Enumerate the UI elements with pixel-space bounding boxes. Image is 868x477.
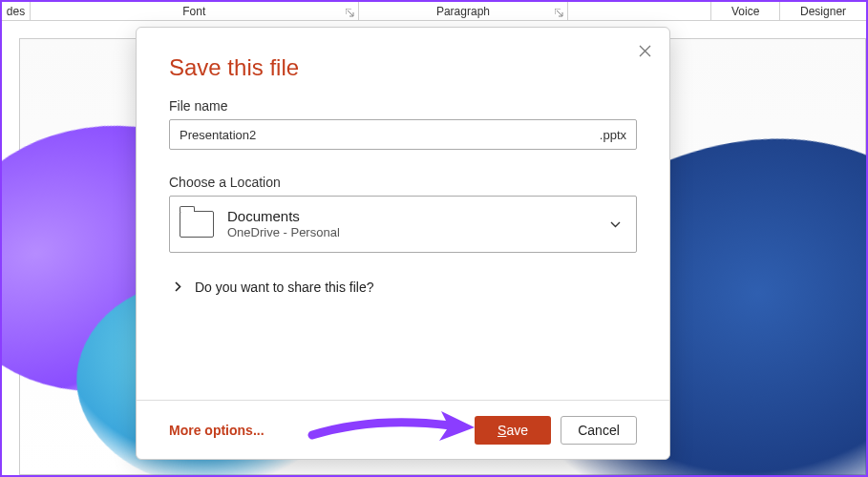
ribbon-group-slides[interactable]: des [2, 2, 31, 20]
ribbon-label: Designer [800, 5, 846, 18]
filename-input[interactable] [180, 128, 600, 142]
close-icon [639, 45, 651, 57]
dialog-launcher-icon[interactable] [346, 9, 354, 19]
ribbon-group-designer[interactable]: Designer [780, 2, 866, 20]
location-name: Documents [227, 208, 610, 225]
ribbon-group-blank [568, 2, 711, 20]
dialog-launcher-icon[interactable] [555, 9, 563, 19]
dialog-body: File name .pptx Choose a Location Docume… [137, 87, 669, 400]
location-dropdown[interactable]: Documents OneDrive - Personal [169, 196, 637, 253]
location-text: Documents OneDrive - Personal [227, 208, 610, 240]
more-options-link[interactable]: More options... [169, 423, 265, 438]
dialog-footer: More options... Save Cancel [137, 400, 669, 459]
file-extension: .pptx [600, 128, 626, 142]
location-label: Choose a Location [169, 175, 637, 190]
ribbon: des Font Paragraph Voice Designer [2, 2, 866, 21]
dialog-title: Save this file [169, 54, 637, 81]
ribbon-group-paragraph[interactable]: Paragraph [359, 2, 569, 20]
ribbon-group-font[interactable]: Font [31, 2, 359, 20]
cancel-button[interactable]: Cancel [561, 416, 637, 445]
share-expander[interactable]: Do you want to share this file? [169, 280, 637, 295]
chevron-right-icon [175, 280, 181, 295]
chevron-down-icon [610, 218, 621, 231]
ribbon-label: des [7, 5, 25, 18]
filename-label: File name [169, 98, 637, 114]
folder-icon [180, 211, 214, 238]
filename-field[interactable]: .pptx [169, 119, 637, 150]
save-button[interactable]: Save [475, 416, 551, 445]
share-prompt: Do you want to share this file? [195, 280, 374, 295]
ribbon-label: Voice [731, 5, 759, 18]
location-sub: OneDrive - Personal [227, 225, 610, 240]
dialog-header: Save this file [137, 28, 669, 87]
ribbon-group-voice[interactable]: Voice [711, 2, 780, 20]
save-dialog: Save this file File name .pptx Choose a … [136, 27, 670, 460]
ribbon-label: Paragraph [436, 5, 490, 18]
ribbon-label: Font [182, 5, 205, 18]
close-button[interactable] [635, 41, 654, 60]
